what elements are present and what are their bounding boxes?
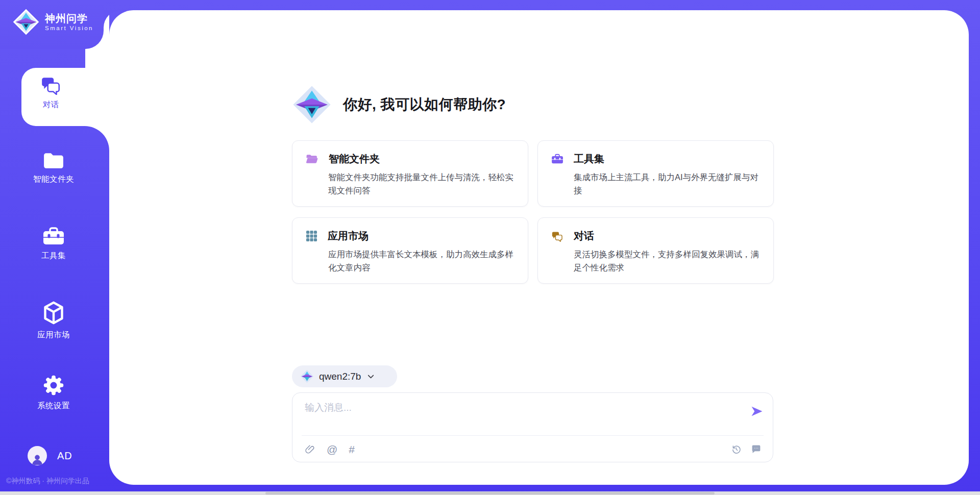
sidebar-item-label: 工具集 [15, 251, 92, 261]
avatar [28, 446, 47, 465]
hashtag-button[interactable]: # [349, 444, 355, 455]
brand-name: 神州问学 [45, 12, 93, 24]
briefcase-icon [551, 154, 564, 164]
card-title: 智能文件夹 [329, 152, 380, 166]
cube-icon [42, 301, 65, 325]
card-smart-folder[interactable]: 智能文件夹 智能文件夹功能支持批量文件上传与清洗，轻松实现文件问答 [292, 140, 528, 207]
sidebar-item-label: 应用市场 [15, 330, 92, 340]
model-selector[interactable]: qwen2:7b [292, 365, 397, 387]
brand-subtitle: Smart Vision [45, 24, 93, 32]
sidebar-item-label: 智能文件夹 [15, 174, 92, 185]
brand-logo: 神州问学 Smart Vision [12, 8, 93, 36]
history-icon [731, 444, 742, 455]
person-icon [31, 453, 43, 465]
main-content: 你好, 我可以如何帮助你? 智能文件夹 智能文件夹功能支持批量文件上传与清洗，轻… [109, 10, 969, 485]
chat-icon [551, 231, 564, 242]
card-description: 应用市场提供丰富长文本模板，助力高效生成多样化文章内容 [328, 248, 514, 274]
sidebar-item-toolset[interactable]: 工具集 [15, 227, 92, 261]
folder-open-icon [306, 154, 318, 164]
card-title: 对话 [574, 229, 594, 243]
feature-cards: 智能文件夹 智能文件夹功能支持批量文件上传与清洗，轻松实现文件问答 工具集 集成… [292, 140, 774, 284]
card-description: 智能文件夹功能支持批量文件上传与清洗，轻松实现文件问答 [328, 171, 514, 197]
model-diamond-icon [300, 369, 314, 383]
card-title: 工具集 [574, 152, 604, 166]
card-description: 集成市场上主流工具，助力AI与外界无缝扩展与对接 [574, 171, 760, 197]
folder-icon [43, 152, 64, 169]
greeting-block: 你好, 我可以如何帮助你? [292, 85, 506, 125]
user-account[interactable]: AD [28, 446, 72, 465]
gear-icon [43, 375, 64, 396]
mention-button[interactable]: @ [327, 444, 337, 455]
model-name: qwen2:7b [319, 371, 361, 382]
card-description: 灵活切换多模型文件，支持多样回复效果调试，满足个性化需求 [574, 248, 760, 274]
at-icon: @ [327, 444, 337, 455]
hash-icon: # [349, 444, 355, 455]
app-grid-icon [306, 230, 317, 242]
scrollbar-thumb[interactable] [265, 492, 715, 494]
message-input[interactable] [305, 401, 733, 431]
user-initials: AD [57, 450, 72, 462]
message-composer: @ # [292, 392, 773, 462]
send-icon [750, 404, 764, 418]
horizontal-scrollbar[interactable] [0, 491, 980, 495]
sidebar-item-label: 对话 [21, 100, 81, 110]
composer-divider [302, 435, 764, 436]
sidebar-item-label: 系统设置 [15, 401, 92, 411]
sidebar-item-smart-folder[interactable]: 智能文件夹 [15, 152, 92, 185]
tab-bottom-fillet [85, 126, 109, 151]
feedback-chat-icon [751, 444, 762, 455]
card-app-market[interactable]: 应用市场 应用市场提供丰富长文本模板，助力高效生成多样化文章内容 [292, 217, 528, 284]
copyright-text: ©神州数码 · 神州问学出品 [6, 477, 89, 486]
sidebar-item-settings[interactable]: 系统设置 [15, 375, 92, 411]
card-title: 应用市场 [328, 229, 369, 243]
paperclip-icon [305, 444, 315, 455]
card-toolset[interactable]: 工具集 集成市场上主流工具，助力AI与外界无缝扩展与对接 [537, 140, 774, 207]
send-button[interactable] [749, 404, 765, 419]
sidebar-item-app-market[interactable]: 应用市场 [15, 301, 92, 340]
assistant-diamond-icon [292, 85, 332, 125]
chat-icon [40, 76, 62, 95]
chevron-down-icon [366, 372, 376, 381]
brand-diamond-icon [12, 8, 40, 36]
history-button[interactable] [731, 444, 742, 455]
feedback-button[interactable] [751, 444, 762, 455]
briefcase-icon [42, 227, 65, 246]
card-chat[interactable]: 对话 灵活切换多模型文件，支持多样回复效果调试，满足个性化需求 [537, 217, 774, 284]
greeting-title: 你好, 我可以如何帮助你? [343, 95, 506, 114]
sidebar-item-chat-active[interactable]: 对话 [21, 68, 109, 126]
attach-file-button[interactable] [305, 444, 315, 455]
